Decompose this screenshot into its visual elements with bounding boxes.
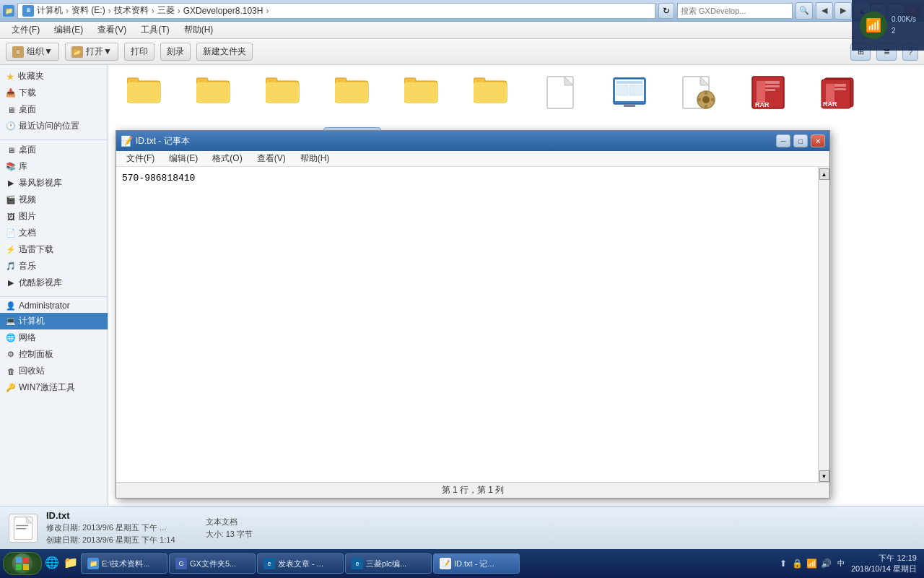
- file-item-folder2[interactable]: [185, 72, 243, 110]
- sidebar-item-computer[interactable]: 💻 计算机: [0, 313, 108, 329]
- forward-button[interactable]: ▶: [834, 2, 852, 20]
- folder-icon: 📥: [6, 88, 16, 98]
- recent-icon: 🕐: [6, 121, 16, 131]
- notepad-menu-format[interactable]: 格式(O): [206, 151, 248, 166]
- open-button[interactable]: 📂 打开▼: [65, 43, 118, 61]
- sidebar: ★ 收藏夹 📥 下载 🖥 桌面 🕐 最近访问的位置 🖥 桌面 📚: [0, 65, 108, 506]
- systray-icon-1[interactable]: ⬆: [777, 558, 789, 569]
- sidebar-item-network[interactable]: 🌐 网络: [0, 329, 108, 346]
- file-item-folder4[interactable]: [323, 72, 381, 110]
- open-label: 打开▼: [86, 46, 112, 58]
- organize-button[interactable]: ≡ 组织▼: [6, 43, 59, 61]
- systray-icons: ⬆ 🔒 📶 🔊 中: [777, 558, 847, 569]
- sidebar-desktop2-label: 桌面: [19, 144, 36, 156]
- taskbar-item-explorer[interactable]: 📁 E:\技术资料...: [81, 553, 167, 574]
- notepad-menu-edit[interactable]: 编辑(E): [163, 151, 204, 166]
- status-info: ID.txt 修改日期: 2013/9/6 星期五 下午 ... 创建日期: 2…: [46, 510, 175, 545]
- taskbar-items: 🌐 📁 📁 E:\技术资料... G GX文件夹5... e 发表文章 - ..…: [43, 553, 776, 574]
- sidebar-item-music[interactable]: 🎵 音乐: [0, 258, 108, 275]
- taskbar-item-gx[interactable]: G GX文件夹5...: [169, 553, 256, 574]
- file-item-rar-red[interactable]: RAR: [739, 72, 797, 116]
- sidebar-item-docs[interactable]: 📄 文档: [0, 225, 108, 241]
- svg-rect-44: [834, 88, 846, 90]
- music-icon: 🎵: [6, 262, 16, 272]
- svg-rect-68: [23, 564, 29, 570]
- docs-icon: 📄: [6, 228, 16, 238]
- notepad-minimize[interactable]: ─: [776, 134, 790, 147]
- sidebar-item-library[interactable]: 📚 库: [0, 158, 108, 175]
- sidebar-item-images[interactable]: 🖼 图片: [0, 208, 108, 225]
- taskbar-quick-explorer[interactable]: 📁: [62, 553, 79, 571]
- path-part-3: 技术资料: [114, 4, 149, 17]
- systray-icon-4[interactable]: 🔊: [821, 558, 832, 569]
- file-item-folder3[interactable]: [254, 72, 312, 110]
- file-item-rar-multi[interactable]: RAR: [808, 72, 866, 116]
- sidebar-item-youku[interactable]: ▶ 优酷影视库: [0, 275, 108, 291]
- start-button[interactable]: [3, 552, 42, 575]
- sidebar-item-download[interactable]: 📥 下载: [0, 85, 108, 101]
- wifi-speed: 0.00K/s: [892, 14, 916, 25]
- menu-file[interactable]: 文件(F): [6, 22, 45, 38]
- star-icon: ★: [6, 71, 15, 82]
- menu-help[interactable]: 帮助(H): [178, 22, 219, 38]
- address-path[interactable]: 🖥 计算机 › 资料 (E:) › 技术资料 › 三菱 › GXDevelope…: [17, 3, 655, 19]
- sidebar-item-stormvideo[interactable]: ▶ 暴风影视库: [0, 175, 108, 191]
- taskbar-explorer-icon: 📁: [87, 558, 99, 569]
- file-item-screen[interactable]: [601, 72, 658, 116]
- file-item-folder6[interactable]: [462, 72, 520, 110]
- taskbar-explorer-label: E:\技术资料...: [102, 558, 150, 569]
- organize-icon: ≡: [12, 46, 24, 58]
- search-input[interactable]: [677, 3, 793, 19]
- desktop2-icon: 🖥: [6, 145, 16, 155]
- taskbar-item-ie1[interactable]: e 发表文章 - ...: [257, 553, 344, 574]
- sidebar-item-video[interactable]: 🎬 视频: [0, 191, 108, 208]
- file-item-folder1[interactable]: [116, 72, 173, 110]
- rar-red-file-icon: RAR: [751, 75, 785, 110]
- taskbar-item-ie2[interactable]: e 三菱plc编...: [345, 553, 432, 574]
- systray-icon-2[interactable]: 🔒: [792, 558, 803, 569]
- sidebar-item-admin[interactable]: 👤 Administrator: [0, 298, 108, 313]
- search-button[interactable]: 🔍: [796, 2, 813, 20]
- taskbar-notepad-icon: 📝: [440, 558, 451, 569]
- notepad-maximize[interactable]: □: [793, 134, 808, 147]
- status-size: 大小: 13 字节: [206, 529, 253, 540]
- sidebar-item-controlpanel[interactable]: ⚙ 控制面板: [0, 346, 108, 363]
- taskbar-quick-ie[interactable]: 🌐: [43, 553, 61, 571]
- menu-view[interactable]: 查看(V): [92, 22, 132, 38]
- menu-edit[interactable]: 编辑(E): [48, 22, 89, 38]
- sidebar-item-thunder[interactable]: ⚡ 迅雷下载: [0, 241, 108, 258]
- back-button[interactable]: ◀: [816, 2, 833, 20]
- file-item-blank1[interactable]: [531, 72, 589, 116]
- file-item-folder5[interactable]: [393, 72, 450, 110]
- svg-rect-23: [616, 85, 628, 95]
- sidebar-item-desktop[interactable]: 🖥 桌面: [0, 101, 108, 118]
- notepad-close[interactable]: ✕: [811, 134, 825, 147]
- sidebar-item-recent[interactable]: 🕐 最近访问的位置: [0, 118, 108, 134]
- systray-icon-3[interactable]: 📶: [806, 558, 818, 569]
- sidebar-item-recycle[interactable]: 🗑 回收站: [0, 363, 108, 379]
- file-item-gear[interactable]: [670, 72, 728, 116]
- svg-rect-30: [705, 91, 707, 95]
- svg-rect-17: [474, 82, 507, 103]
- sidebar-item-win7activate[interactable]: 🔑 WIN7激活工具: [0, 379, 108, 396]
- new-folder-button[interactable]: 新建文件夹: [196, 43, 253, 61]
- svg-rect-22: [616, 81, 642, 84]
- svg-rect-11: [335, 82, 368, 103]
- menu-tools[interactable]: 工具(T): [135, 22, 175, 38]
- svg-rect-5: [196, 82, 230, 103]
- print-button[interactable]: 打印: [124, 43, 154, 61]
- systray-icon-input[interactable]: 中: [835, 558, 847, 569]
- scroll-up-button[interactable]: ▲: [819, 168, 829, 180]
- notepad-menu-help[interactable]: 帮助(H): [295, 151, 336, 166]
- refresh-button[interactable]: ↻: [658, 3, 674, 19]
- burn-button[interactable]: 刻录: [160, 43, 191, 61]
- youku-icon: ▶: [6, 278, 16, 288]
- scroll-down-button[interactable]: ▼: [819, 470, 829, 482]
- svg-rect-31: [705, 105, 707, 108]
- notepad-menu-view[interactable]: 查看(V): [251, 151, 292, 166]
- svg-rect-67: [16, 564, 22, 570]
- notepad-menu-file[interactable]: 文件(F): [121, 151, 160, 166]
- taskbar-item-notepad[interactable]: 📝 ID.txt - 记...: [433, 553, 520, 574]
- sidebar-favorites-header: ★ 收藏夹: [0, 68, 108, 85]
- notepad-editor[interactable]: 570-986818410: [116, 167, 818, 482]
